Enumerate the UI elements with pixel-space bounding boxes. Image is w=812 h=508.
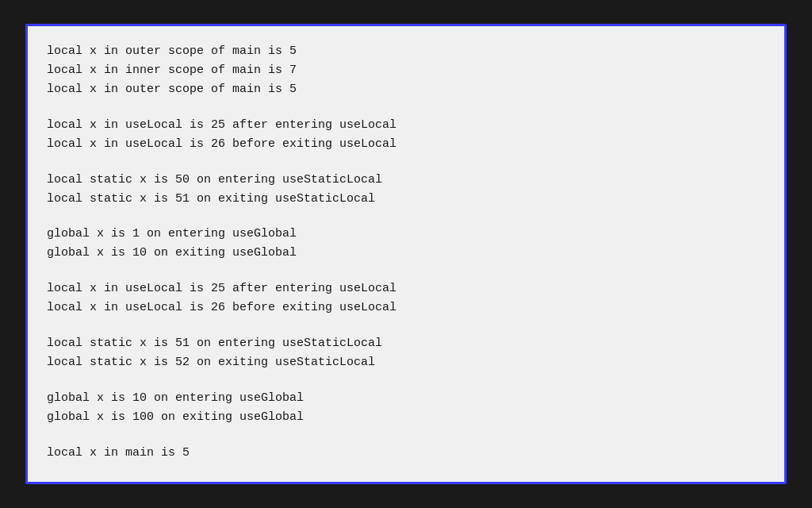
output-line: local x in outer scope of main is 5 bbox=[47, 80, 765, 99]
output-line: global x is 100 on exiting useGlobal bbox=[47, 408, 765, 427]
output-line bbox=[47, 318, 765, 334]
output-line bbox=[47, 372, 765, 389]
output-line: global x is 10 on entering useGlobal bbox=[47, 389, 765, 408]
output-line bbox=[47, 263, 765, 279]
output-line: global x is 1 on entering useGlobal bbox=[47, 225, 765, 244]
output-line: local x in outer scope of main is 5 bbox=[47, 42, 765, 61]
output-line: local static x is 52 on exiting useStati… bbox=[47, 353, 765, 372]
output-line: local static x is 50 on entering useStat… bbox=[47, 171, 765, 190]
output-line: local x in main is 5 bbox=[47, 444, 765, 463]
output-line: local static x is 51 on entering useStat… bbox=[47, 334, 765, 353]
output-line: local x in useLocal is 26 before exiting… bbox=[47, 298, 765, 318]
output-line bbox=[47, 209, 765, 225]
output-line: global x is 10 on exiting useGlobal bbox=[47, 244, 765, 263]
output-line: local static x is 51 on exiting useStati… bbox=[47, 190, 765, 209]
output-line: local x in useLocal is 26 before exiting… bbox=[47, 135, 765, 154]
output-line bbox=[47, 99, 765, 116]
output-line bbox=[47, 154, 765, 171]
output-line: local x in inner scope of main is 7 bbox=[47, 61, 765, 80]
output-line: local x in useLocal is 25 after entering… bbox=[47, 279, 765, 298]
output-line: local x in useLocal is 25 after entering… bbox=[47, 116, 765, 135]
output-line bbox=[47, 427, 765, 444]
terminal-window: local x in outer scope of main is 5local… bbox=[25, 24, 787, 484]
